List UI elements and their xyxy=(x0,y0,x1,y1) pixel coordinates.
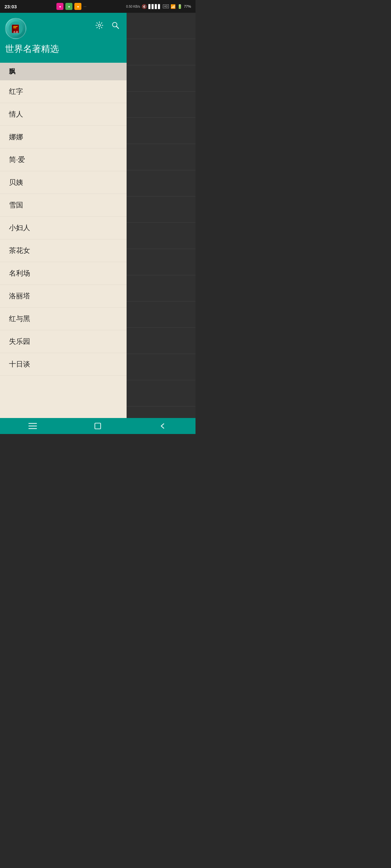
book-list-item[interactable]: 娜娜 xyxy=(0,126,127,149)
overlay-row-10 xyxy=(127,249,196,275)
status-right-icons: 0.50 KB/s 🔇 ▋▋▋▋ HD 📶 🔋 77% xyxy=(126,4,191,9)
app-icon-2: ● xyxy=(65,3,73,10)
svg-text:名著: 名著 xyxy=(13,31,18,34)
svg-rect-3 xyxy=(13,26,18,27)
status-bar: 23:03 ● ● ● ··· 0.50 KB/s 🔇 ▋▋▋▋ HD 📶 🔋 … xyxy=(0,0,196,13)
network-speed: 0.50 KB/s xyxy=(126,5,140,8)
overlay-row-7 xyxy=(127,170,196,196)
sidebar-drawer: 名著 xyxy=(0,13,127,418)
battery-icon: 🔋 xyxy=(177,4,183,9)
nav-menu-button[interactable] xyxy=(23,420,42,432)
overlay-row-3 xyxy=(127,65,196,92)
book-list-item[interactable]: 雪国 xyxy=(0,194,127,217)
bottom-nav xyxy=(0,418,196,434)
battery-percent: 77% xyxy=(184,4,191,8)
app-icon-1: ● xyxy=(56,3,63,10)
book-list-item[interactable]: 简·爱 xyxy=(0,149,127,171)
wifi-icon: 📶 xyxy=(170,4,176,9)
overlay-panel xyxy=(127,13,196,418)
overlay-row-15 xyxy=(127,380,196,406)
nav-home-button[interactable] xyxy=(88,420,107,432)
overlay-row-9 xyxy=(127,223,196,249)
hd-badge: HD xyxy=(163,4,169,8)
header-top-row: 名著 xyxy=(5,18,121,39)
nav-back-button[interactable] xyxy=(153,420,172,432)
overlay-row-1 xyxy=(127,13,196,39)
search-button[interactable] xyxy=(109,19,121,31)
overlay-row-2 xyxy=(127,39,196,65)
overlay-row-4 xyxy=(127,92,196,118)
overlay-row-5 xyxy=(127,118,196,144)
svg-rect-4 xyxy=(13,28,16,28)
status-left-icons: ● ● ● ··· xyxy=(56,3,86,10)
book-list-item[interactable]: 洛丽塔 xyxy=(0,285,127,308)
overlay-row-11 xyxy=(127,275,196,302)
overlay-row-6 xyxy=(127,144,196,170)
status-time: 23:03 xyxy=(4,4,17,9)
more-apps-indicator: ··· xyxy=(83,4,86,8)
book-list-item[interactable]: 贝姨 xyxy=(0,171,127,194)
book-list-item[interactable]: 小妇人 xyxy=(0,217,127,239)
signal-bars: ▋▋▋▋ xyxy=(148,4,161,9)
overlay-row-8 xyxy=(127,196,196,223)
overlay-row-13 xyxy=(127,328,196,354)
book-list-item[interactable]: 十日谈 xyxy=(0,353,127,376)
book-list-item[interactable]: 红字 xyxy=(0,80,127,103)
svg-line-8 xyxy=(117,27,119,29)
svg-rect-12 xyxy=(95,423,101,429)
book-list-item[interactable]: 红与黑 xyxy=(0,308,127,330)
overlay-row-14 xyxy=(127,354,196,380)
app-container: 名著 xyxy=(0,13,196,418)
header-actions xyxy=(93,18,121,31)
settings-button[interactable] xyxy=(93,19,106,31)
mute-icon: 🔇 xyxy=(142,4,147,9)
section-header: 飘 xyxy=(0,63,127,80)
sidebar-header: 名著 xyxy=(0,13,127,63)
app-title: 世界名著精选 xyxy=(5,43,121,55)
app-logo: 名著 xyxy=(5,18,26,39)
book-list-item[interactable]: 名利场 xyxy=(0,262,127,285)
svg-point-6 xyxy=(99,24,101,27)
book-list: 红字情人娜娜简·爱贝姨雪国小妇人茶花女名利场洛丽塔红与黑失乐园十日谈 xyxy=(0,80,127,418)
book-list-item[interactable]: 茶花女 xyxy=(0,239,127,262)
overlay-row-12 xyxy=(127,302,196,328)
app-icon-3: ● xyxy=(74,3,81,10)
book-list-item[interactable]: 失乐园 xyxy=(0,330,127,353)
book-list-item[interactable]: 情人 xyxy=(0,103,127,126)
